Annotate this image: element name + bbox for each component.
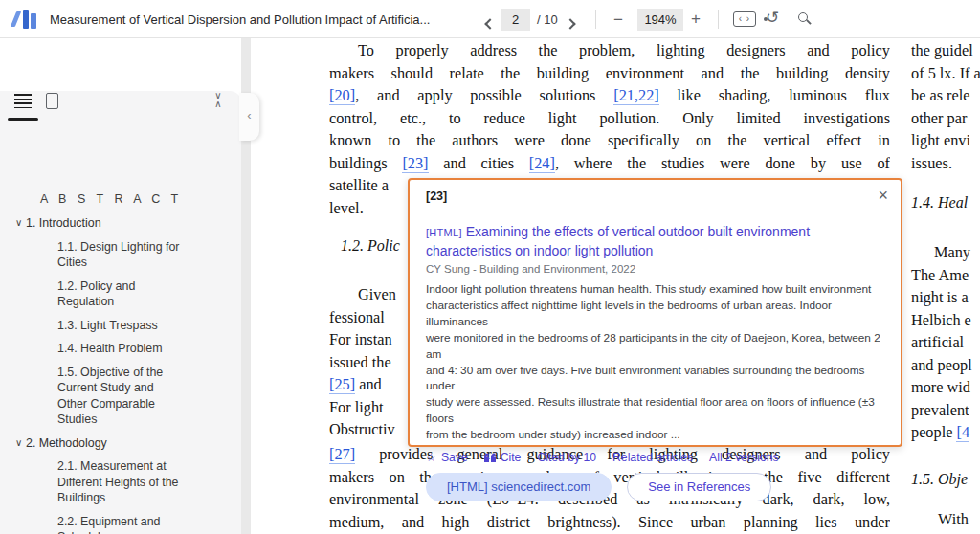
citation-preview-popup: [23] × [HTML] Examining the effects of v… bbox=[408, 178, 902, 447]
document-text-line: control, etc., to reduce light pollution… bbox=[329, 107, 890, 130]
toolbar-divider bbox=[718, 10, 719, 29]
document-text-line: The Ame bbox=[911, 264, 969, 287]
document-text-line: With bbox=[938, 508, 969, 531]
sidebar-tab-bar: ∨ ∧ bbox=[0, 38, 241, 91]
scholar-actions-row: ☆Save Cite Cited by 10 Related articles … bbox=[426, 451, 885, 464]
rotate-icon[interactable]: ↺ bbox=[766, 8, 779, 27]
citation-link[interactable]: [25] bbox=[329, 375, 355, 394]
sciencedirect-button[interactable]: [HTML] sciencedirect.com bbox=[426, 473, 612, 501]
toc-item-1-1[interactable]: 1.1. Design Lighting for Cities bbox=[57, 239, 203, 271]
toc-item-methodology[interactable]: ∨ 2. Methodology bbox=[0, 435, 239, 452]
app-logo-icon bbox=[11, 7, 38, 32]
scholar-result-byline: CY Sung - Building and Environment, 2022 bbox=[426, 263, 885, 275]
html-tag: [HTML] bbox=[426, 227, 462, 238]
document-text-line: other par bbox=[911, 107, 967, 130]
document-text-line: night is a bbox=[911, 286, 969, 309]
document-text-line: more wid bbox=[911, 376, 970, 399]
top-toolbar: Measurement of Vertical Dispersion and P… bbox=[0, 0, 980, 38]
toc-item-2-2[interactable]: 2.2. Equipment and Schedule bbox=[57, 514, 203, 534]
citation-link[interactable]: [27] bbox=[329, 445, 355, 464]
document-text-line: Helbich e bbox=[911, 309, 971, 332]
toc-item-1-2[interactable]: 1.2. Policy and Regulation bbox=[57, 278, 203, 310]
popup-buttons-row: [HTML] sciencedirect.com See in Referenc… bbox=[426, 473, 885, 501]
star-icon: ☆ bbox=[426, 451, 436, 464]
search-icon[interactable] bbox=[798, 12, 808, 22]
citation-link[interactable]: [21,22] bbox=[613, 86, 658, 105]
document-text-line: known to the authors were done specifica… bbox=[329, 129, 890, 152]
see-in-references-button[interactable]: See in References bbox=[627, 473, 771, 501]
collapse-vertical-icon[interactable]: ∨ ∧ bbox=[211, 91, 226, 112]
document-text-line: of 5 lx. If a bbox=[911, 62, 980, 85]
document-text-line: [20], and apply possible solutions [21,2… bbox=[329, 84, 890, 107]
close-icon[interactable]: × bbox=[878, 186, 888, 206]
toc-item-2-1[interactable]: 2.1. Measurement at Different Heights of… bbox=[57, 458, 203, 506]
fit-to-width-icon[interactable]: ‹ › bbox=[733, 11, 756, 27]
toc-item-abstract[interactable]: A B S T R A C T bbox=[40, 192, 239, 206]
page-number-input[interactable] bbox=[501, 9, 530, 31]
page-total-label: / 10 bbox=[537, 12, 558, 27]
chevron-down-icon[interactable]: ∨ bbox=[0, 435, 26, 452]
toc-item-1-5[interactable]: 1.5. Objective of the Current Study and … bbox=[57, 365, 203, 428]
document-text-line: people [4 bbox=[911, 421, 969, 444]
thumbnails-tab-icon[interactable] bbox=[46, 93, 58, 109]
toolbar-divider bbox=[595, 10, 596, 29]
related-articles-link[interactable]: Related articles bbox=[612, 451, 693, 464]
outline-panel: A B S T R A C T ∨ 1. Introduction 1.1. D… bbox=[0, 91, 241, 534]
table-of-contents: A B S T R A C T ∨ 1. Introduction 1.1. D… bbox=[0, 192, 239, 534]
document-text-line: the guidel bbox=[911, 39, 973, 62]
outline-tab-icon[interactable] bbox=[14, 94, 32, 108]
zoom-level-value[interactable]: 194% bbox=[637, 9, 683, 31]
active-tab-underline bbox=[8, 118, 38, 121]
document-text-line: To properly address the problem, lightin… bbox=[329, 39, 890, 62]
cited-by-link[interactable]: Cited by 10 bbox=[537, 451, 596, 464]
reference-id: [23] bbox=[426, 189, 885, 203]
all-versions-link[interactable]: All 2 versions bbox=[709, 451, 778, 464]
document-text-line: Many bbox=[934, 241, 970, 264]
chevron-down-icon[interactable]: ∨ bbox=[0, 215, 26, 232]
document-text-line: and peopl bbox=[911, 354, 972, 377]
previous-page-button[interactable] bbox=[486, 14, 494, 32]
scholar-result-snippet: Indoor light pollution threatens human h… bbox=[426, 281, 887, 443]
save-link[interactable]: ☆Save bbox=[426, 451, 468, 464]
citation-link[interactable]: [23] bbox=[402, 154, 428, 173]
citation-link[interactable]: [4 bbox=[956, 423, 969, 442]
section-heading-1-2: 1.2. Polic bbox=[341, 237, 400, 255]
cite-quote-icon bbox=[484, 453, 496, 462]
next-page-button[interactable] bbox=[567, 14, 574, 32]
section-heading-1-5: 1.5. Obje bbox=[911, 471, 968, 488]
document-text-line: medium, and high district brightness). S… bbox=[329, 511, 890, 534]
zoom-out-button[interactable]: − bbox=[613, 11, 623, 30]
document-text-line: issues. bbox=[911, 152, 952, 175]
document-text-line: artificial bbox=[911, 331, 964, 354]
citation-link[interactable]: [20] bbox=[329, 86, 355, 105]
panel-collapse-handle[interactable]: ‹ bbox=[239, 93, 259, 141]
document-text-line: prevalent bbox=[911, 399, 969, 422]
document-text-line: makers should relate the building enviro… bbox=[329, 62, 890, 85]
section-heading-1-4: 1.4. Heal bbox=[911, 194, 968, 211]
zoom-in-button[interactable]: + bbox=[691, 10, 701, 29]
document-text-line: buildings [23] and cities [24], where th… bbox=[329, 152, 890, 175]
document-title: Measurement of Vertical Dispersion and P… bbox=[50, 12, 430, 27]
scholar-result-title-link[interactable]: [HTML] Examining the effects of vertical… bbox=[426, 223, 885, 260]
toc-item-1-4[interactable]: 1.4. Health Problem bbox=[57, 341, 203, 357]
toc-item-introduction[interactable]: ∨ 1. Introduction bbox=[0, 215, 239, 232]
document-text-line: be as rele bbox=[911, 84, 969, 107]
cite-link[interactable]: Cite bbox=[484, 451, 522, 464]
citation-link[interactable]: [24] bbox=[529, 154, 555, 173]
toc-item-1-3[interactable]: 1.3. Light Trespass bbox=[57, 318, 203, 334]
document-text-line: light envi bbox=[911, 129, 970, 152]
